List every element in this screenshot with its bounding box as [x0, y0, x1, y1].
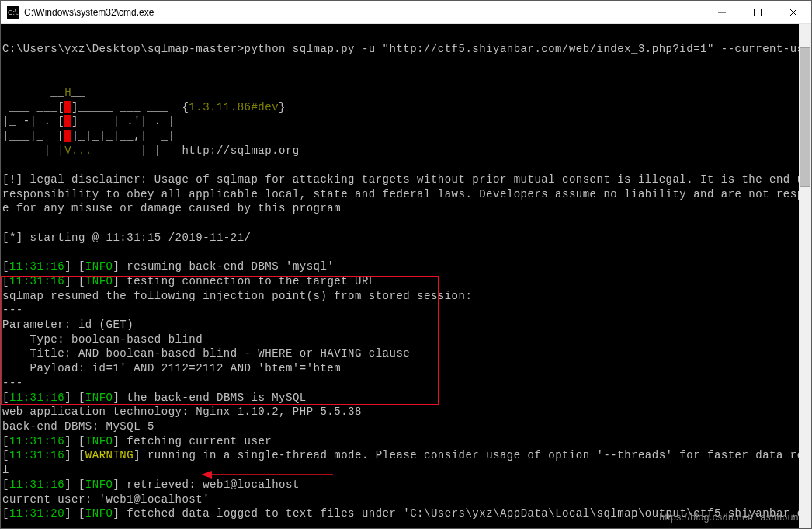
log-level-info: INFO [85, 392, 113, 404]
dbms-line: back-end DBMS: MySQL 5 [2, 420, 154, 433]
title-line: Title: AND boolean-based blind - WHERE o… [2, 347, 410, 360]
close-icon [789, 9, 797, 16]
minimize-button[interactable] [704, 1, 740, 23]
svg-rect-1 [755, 9, 762, 16]
maximize-button[interactable] [740, 1, 776, 23]
minimize-icon [718, 9, 726, 16]
banner-glyph: " [64, 101, 71, 113]
log-time: 11:31:16 [9, 435, 64, 447]
terminal-output[interactable]: C:\Users\yxz\Desktop\sqlmap-master>pytho… [1, 24, 811, 528]
log-msg: testing connection to the target URL [127, 275, 375, 287]
banner-line: |___|_ [ [2, 130, 64, 142]
separator: --- [2, 304, 23, 316]
banner-line: ]_____ ___ ___ { [71, 101, 189, 113]
log-time: 11:31:16 [9, 479, 64, 491]
payload-line: Payload: id=1' AND 2112=2112 AND 'btem'=… [2, 362, 341, 374]
banner-h: H [64, 86, 71, 99]
banner-line: __ [2, 86, 64, 99]
log-msg: sqlmap resumed the following injection p… [2, 290, 472, 302]
banner-version: 1.3.11.86#dev [189, 101, 279, 113]
log-level-info: INFO [85, 260, 113, 273]
log-time: 11:31:16 [9, 392, 64, 404]
log-msg: resuming back-end DBMS 'mysql' [127, 260, 334, 273]
banner-line: ___ ___[ [2, 101, 64, 113]
cmd-window: C:\. C:\Windows\system32\cmd.exe C:\User… [0, 0, 812, 529]
banner-line: __ [71, 86, 85, 99]
vertical-scrollbar[interactable] [799, 24, 811, 528]
log-msg: fetching current user [127, 435, 272, 447]
watermark-text: https://blog.csdn.net/Eastmoun [659, 510, 799, 525]
log-time: 11:31:16 [9, 275, 64, 287]
log-time: 11:31:16 [9, 449, 64, 461]
log-time: 11:31:20 [9, 507, 64, 520]
legal-disclaimer: [!] legal disclaimer: Usage of sqlmap fo… [2, 173, 811, 214]
window-title: C:\Windows\system32\cmd.exe [24, 7, 704, 18]
type-line: Type: boolean-based blind [2, 333, 203, 346]
banner-glyph: ) [64, 115, 71, 127]
log-msg: the back-end DBMS is MySQL [127, 392, 306, 404]
banner-glyph: " [64, 130, 71, 142]
close-button[interactable] [776, 1, 811, 23]
cmd-icon: C:\. [7, 6, 19, 19]
separator: --- [2, 377, 23, 389]
title-bar: C:\. C:\Windows\system32\cmd.exe [1, 1, 811, 24]
log-level-info: INFO [85, 479, 113, 491]
banner-line: } [279, 101, 286, 113]
log-level-warning: WARNING [85, 449, 134, 461]
banner-line: |_ -| . [ [2, 115, 64, 127]
starting-line: [*] starting @ 11:31:15 /2019-11-21/ [2, 231, 251, 244]
window-controls [704, 1, 811, 23]
banner-line: ] | .'| . | [71, 115, 175, 127]
banner-v: V... [64, 144, 92, 157]
maximize-icon [754, 9, 762, 16]
log-level-info: INFO [85, 507, 113, 520]
log-level-info: INFO [85, 275, 113, 287]
banner-line: ]_|_|_|__,| _| [71, 130, 175, 142]
svg-marker-5 [201, 471, 212, 479]
banner-url: |_| http://sqlmap.org [92, 144, 300, 157]
current-user-line: current user: 'web1@localhost' [2, 493, 210, 506]
scrollbar-thumb[interactable] [800, 47, 810, 187]
log-level-info: INFO [85, 435, 113, 447]
banner-line: |_| [2, 144, 64, 157]
parameter-line: Parameter: id (GET) [2, 318, 134, 331]
log-time: 11:31:16 [9, 260, 64, 273]
prompt-path: C:\Users\yxz\Desktop\sqlmap-master> [2, 43, 245, 55]
tech-line: web application technology: Nginx 1.10.2… [2, 405, 362, 418]
log-msg: retrieved: web1@localhost [127, 479, 300, 491]
banner-line: ___ [2, 71, 78, 84]
prompt-command: python sqlmap.py -u "http://ctf5.shiyanb… [245, 43, 811, 55]
